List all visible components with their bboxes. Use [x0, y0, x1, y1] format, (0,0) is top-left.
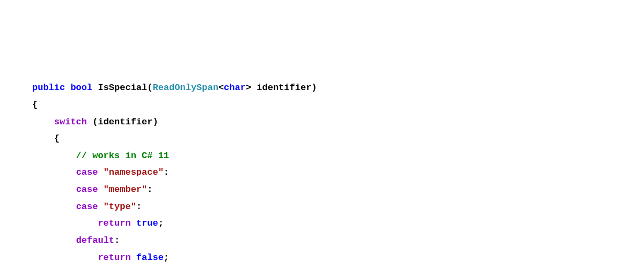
indent [32, 184, 76, 195]
string-literal: "namespace" [104, 167, 164, 177]
keyword-default: default [76, 235, 114, 245]
code-line: return false; [32, 252, 169, 263]
code-line: switch (identifier) [32, 117, 158, 127]
keyword-true: true [136, 218, 158, 228]
comment: // works in C# 11 [32, 151, 169, 161]
code-line: { [32, 133, 60, 144]
semicolon: ; [164, 252, 169, 263]
paren-open: ( [147, 83, 152, 93]
paren-close: ) [311, 83, 317, 93]
space [98, 202, 103, 212]
keyword-switch: switch [54, 117, 87, 127]
keyword-bool: bool [70, 83, 92, 93]
switch-expr: (identifier) [87, 117, 158, 127]
code-line: case "namespace": [32, 167, 169, 177]
code-line: default: [32, 235, 120, 245]
space [98, 184, 103, 195]
indent [32, 117, 54, 127]
space [92, 83, 98, 93]
code-line: public bool IsSpecial(ReadOnlySpan<char>… [32, 83, 317, 93]
semicolon: ; [158, 218, 164, 228]
keyword-char: char [224, 83, 246, 93]
colon: : [164, 167, 169, 177]
space [131, 252, 136, 263]
code-line: return true; [32, 218, 164, 228]
code-line: // works in C# 11 [32, 151, 169, 161]
space [131, 218, 136, 228]
keyword-case: case [76, 184, 98, 195]
code-line: { [32, 100, 38, 110]
code-line: case "member": [32, 184, 152, 195]
code-line: case "type": [32, 202, 142, 212]
colon: : [136, 202, 142, 212]
colon: : [147, 184, 152, 195]
code-block: public bool IsSpecial(ReadOnlySpan<char>… [32, 79, 612, 268]
param-name: identifier [251, 83, 311, 93]
type-readonlyspan: ReadOnlySpan [152, 83, 218, 93]
indent [32, 252, 98, 263]
indent [32, 202, 76, 212]
keyword-return: return [98, 252, 130, 263]
space [65, 83, 70, 93]
keyword-public: public [32, 83, 65, 93]
keyword-return: return [98, 218, 130, 228]
indent [32, 235, 76, 245]
space [98, 167, 103, 177]
string-literal: "member" [104, 184, 148, 195]
keyword-case: case [76, 202, 98, 212]
keyword-case: case [76, 167, 98, 177]
colon: : [114, 235, 120, 245]
brace-open: { [32, 133, 60, 144]
brace-open: { [32, 100, 38, 110]
method-name: IsSpecial [98, 83, 147, 93]
keyword-false: false [136, 252, 164, 263]
angle-open: < [218, 83, 224, 93]
indent [32, 167, 76, 177]
string-literal: "type" [104, 202, 136, 212]
angle-close: > [246, 83, 251, 93]
indent [32, 218, 98, 228]
